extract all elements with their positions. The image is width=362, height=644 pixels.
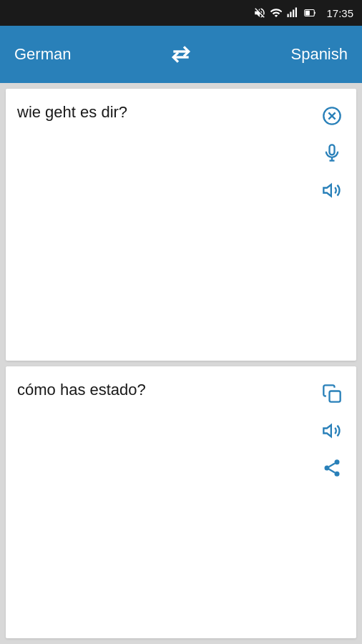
target-actions — [312, 378, 345, 481]
source-actions — [312, 100, 345, 203]
source-card: wie geht es dir? — [6, 89, 356, 361]
toolbar: German Spanish — [0, 26, 362, 83]
svg-rect-1 — [290, 12, 292, 18]
signal-icon — [286, 6, 299, 19]
svg-line-22 — [329, 464, 335, 467]
mute-icon — [253, 6, 266, 19]
svg-rect-16 — [330, 391, 341, 402]
svg-rect-3 — [295, 8, 297, 18]
svg-rect-12 — [330, 145, 335, 155]
svg-marker-17 — [323, 425, 331, 436]
svg-marker-15 — [323, 185, 331, 196]
svg-rect-0 — [288, 14, 289, 18]
wifi-icon — [270, 6, 283, 19]
source-speaker-button[interactable] — [319, 177, 345, 203]
swap-languages-button[interactable] — [158, 43, 204, 66]
content-area: wie geht es dir? — [0, 83, 362, 644]
clear-button[interactable] — [319, 103, 345, 129]
clear-icon — [322, 106, 342, 126]
target-language[interactable]: Spanish — [204, 45, 348, 64]
status-time: 17:35 — [326, 7, 353, 19]
svg-rect-5 — [315, 12, 316, 14]
svg-rect-2 — [293, 10, 294, 18]
source-text[interactable]: wie geht es dir? — [17, 100, 312, 122]
status-bar: 17:35 — [0, 0, 362, 26]
share-icon — [322, 458, 342, 478]
swap-icon — [170, 43, 192, 66]
svg-point-20 — [335, 472, 340, 477]
target-text[interactable]: cómo has estado? — [17, 378, 312, 399]
mic-icon — [322, 143, 342, 163]
svg-line-21 — [329, 469, 335, 473]
copy-button[interactable] — [319, 381, 345, 406]
speaker-icon-2 — [322, 421, 342, 441]
speaker-icon — [322, 180, 342, 200]
svg-rect-6 — [305, 11, 310, 16]
share-button[interactable] — [319, 455, 345, 481]
status-icons: 17:35 — [253, 6, 353, 19]
svg-point-19 — [325, 466, 330, 471]
source-language[interactable]: German — [14, 45, 158, 64]
battery-icon — [303, 6, 318, 19]
copy-icon — [322, 384, 342, 404]
target-card: cómo has estado? — [6, 366, 356, 638]
svg-point-18 — [335, 459, 340, 464]
mic-button[interactable] — [319, 140, 345, 166]
target-speaker-button[interactable] — [319, 418, 345, 444]
